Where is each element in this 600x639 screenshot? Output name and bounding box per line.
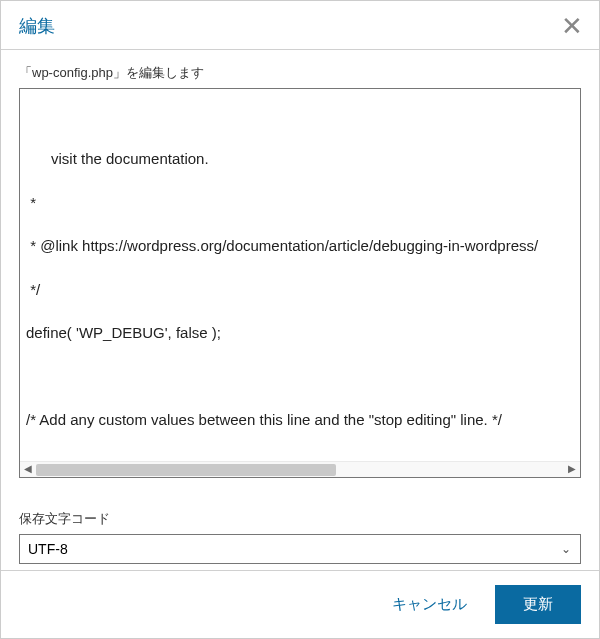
encoding-select-wrap: UTF-8 ⌄ [19,534,581,564]
code-blank [26,366,574,388]
code-content: visit the documentation. * * @link https… [20,123,580,479]
cancel-button[interactable]: キャンセル [392,595,467,614]
code-line: * [26,192,574,214]
encoding-section: 保存文字コード UTF-8 ⌄ [1,498,599,570]
code-editor[interactable]: visit the documentation. * * @link https… [19,88,581,478]
update-button[interactable]: 更新 [495,585,581,624]
code-line: visit the documentation. [26,148,574,170]
horizontal-scrollbar[interactable]: ◀ ▶ [20,461,580,477]
scroll-right-icon[interactable]: ▶ [564,462,580,478]
scroll-thumb[interactable] [36,464,336,476]
scroll-left-icon[interactable]: ◀ [20,462,36,478]
encoding-label: 保存文字コード [19,510,581,528]
modal-body: 「wp-config.php」を編集します visit the document… [1,50,599,498]
edit-modal: 編集 ✕ 「wp-config.php」を編集します visit the doc… [0,0,600,639]
encoding-select[interactable]: UTF-8 [19,534,581,564]
modal-header: 編集 ✕ [1,1,599,50]
code-line: /* Add any custom values between this li… [26,409,574,431]
code-line: */ [26,279,574,301]
modal-footer: キャンセル 更新 [1,570,599,638]
code-line: * @link https://wordpress.org/documentat… [26,235,574,257]
file-edit-label: 「wp-config.php」を編集します [19,64,581,82]
modal-title: 編集 [19,14,55,38]
close-icon[interactable]: ✕ [561,13,583,39]
code-line: define( 'WP_DEBUG', false ); [26,322,574,344]
